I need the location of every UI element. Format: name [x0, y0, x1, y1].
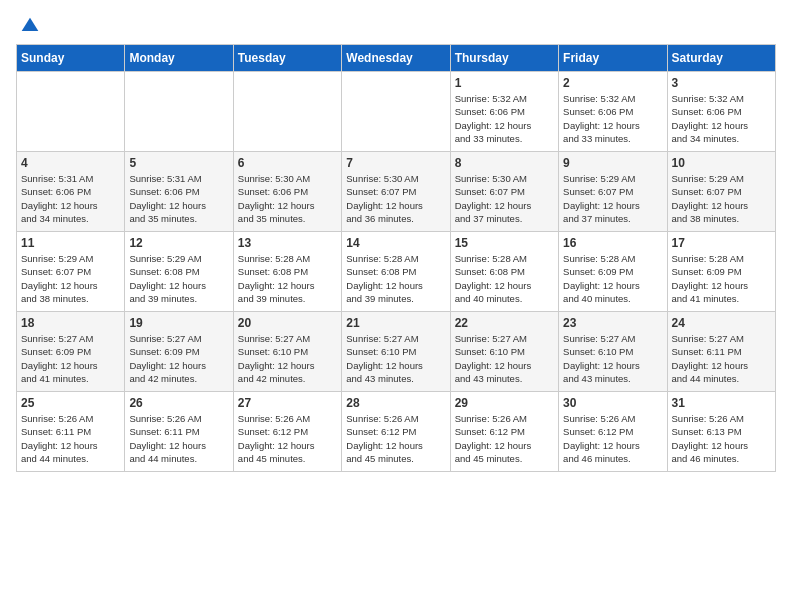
calendar-week-row: 1Sunrise: 5:32 AM Sunset: 6:06 PM Daylig… [17, 72, 776, 152]
calendar-cell: 18Sunrise: 5:27 AM Sunset: 6:09 PM Dayli… [17, 312, 125, 392]
weekday-header-wednesday: Wednesday [342, 45, 450, 72]
calendar-week-row: 18Sunrise: 5:27 AM Sunset: 6:09 PM Dayli… [17, 312, 776, 392]
weekday-header-saturday: Saturday [667, 45, 775, 72]
day-info: Sunrise: 5:31 AM Sunset: 6:06 PM Dayligh… [129, 172, 228, 225]
day-number: 7 [346, 156, 445, 170]
day-number: 23 [563, 316, 662, 330]
day-number: 20 [238, 316, 337, 330]
day-info: Sunrise: 5:32 AM Sunset: 6:06 PM Dayligh… [563, 92, 662, 145]
calendar-cell: 13Sunrise: 5:28 AM Sunset: 6:08 PM Dayli… [233, 232, 341, 312]
day-number: 3 [672, 76, 771, 90]
day-info: Sunrise: 5:30 AM Sunset: 6:07 PM Dayligh… [455, 172, 554, 225]
weekday-header-row: SundayMondayTuesdayWednesdayThursdayFrid… [17, 45, 776, 72]
calendar-cell [342, 72, 450, 152]
weekday-header-sunday: Sunday [17, 45, 125, 72]
calendar-cell: 2Sunrise: 5:32 AM Sunset: 6:06 PM Daylig… [559, 72, 667, 152]
day-info: Sunrise: 5:29 AM Sunset: 6:08 PM Dayligh… [129, 252, 228, 305]
day-number: 4 [21, 156, 120, 170]
day-number: 25 [21, 396, 120, 410]
day-info: Sunrise: 5:27 AM Sunset: 6:10 PM Dayligh… [238, 332, 337, 385]
calendar-cell: 9Sunrise: 5:29 AM Sunset: 6:07 PM Daylig… [559, 152, 667, 232]
day-number: 29 [455, 396, 554, 410]
calendar-cell: 12Sunrise: 5:29 AM Sunset: 6:08 PM Dayli… [125, 232, 233, 312]
day-number: 26 [129, 396, 228, 410]
day-info: Sunrise: 5:27 AM Sunset: 6:10 PM Dayligh… [455, 332, 554, 385]
day-info: Sunrise: 5:26 AM Sunset: 6:12 PM Dayligh… [346, 412, 445, 465]
calendar-week-row: 25Sunrise: 5:26 AM Sunset: 6:11 PM Dayli… [17, 392, 776, 472]
day-info: Sunrise: 5:30 AM Sunset: 6:06 PM Dayligh… [238, 172, 337, 225]
calendar-cell: 16Sunrise: 5:28 AM Sunset: 6:09 PM Dayli… [559, 232, 667, 312]
calendar-cell: 25Sunrise: 5:26 AM Sunset: 6:11 PM Dayli… [17, 392, 125, 472]
day-info: Sunrise: 5:28 AM Sunset: 6:08 PM Dayligh… [238, 252, 337, 305]
day-info: Sunrise: 5:31 AM Sunset: 6:06 PM Dayligh… [21, 172, 120, 225]
day-number: 22 [455, 316, 554, 330]
calendar-cell: 17Sunrise: 5:28 AM Sunset: 6:09 PM Dayli… [667, 232, 775, 312]
day-info: Sunrise: 5:27 AM Sunset: 6:09 PM Dayligh… [21, 332, 120, 385]
day-number: 14 [346, 236, 445, 250]
calendar-cell: 8Sunrise: 5:30 AM Sunset: 6:07 PM Daylig… [450, 152, 558, 232]
calendar-table: SundayMondayTuesdayWednesdayThursdayFrid… [16, 44, 776, 472]
weekday-header-thursday: Thursday [450, 45, 558, 72]
day-info: Sunrise: 5:29 AM Sunset: 6:07 PM Dayligh… [21, 252, 120, 305]
calendar-cell: 3Sunrise: 5:32 AM Sunset: 6:06 PM Daylig… [667, 72, 775, 152]
day-number: 19 [129, 316, 228, 330]
day-number: 16 [563, 236, 662, 250]
calendar-cell [17, 72, 125, 152]
day-info: Sunrise: 5:26 AM Sunset: 6:11 PM Dayligh… [129, 412, 228, 465]
day-info: Sunrise: 5:29 AM Sunset: 6:07 PM Dayligh… [672, 172, 771, 225]
weekday-header-friday: Friday [559, 45, 667, 72]
calendar-cell: 20Sunrise: 5:27 AM Sunset: 6:10 PM Dayli… [233, 312, 341, 392]
day-info: Sunrise: 5:28 AM Sunset: 6:08 PM Dayligh… [346, 252, 445, 305]
calendar-week-row: 11Sunrise: 5:29 AM Sunset: 6:07 PM Dayli… [17, 232, 776, 312]
day-number: 6 [238, 156, 337, 170]
calendar-cell: 27Sunrise: 5:26 AM Sunset: 6:12 PM Dayli… [233, 392, 341, 472]
logo [16, 16, 40, 36]
day-number: 8 [455, 156, 554, 170]
day-number: 9 [563, 156, 662, 170]
calendar-cell: 19Sunrise: 5:27 AM Sunset: 6:09 PM Dayli… [125, 312, 233, 392]
calendar-cell: 11Sunrise: 5:29 AM Sunset: 6:07 PM Dayli… [17, 232, 125, 312]
svg-marker-0 [22, 18, 39, 31]
calendar-cell: 26Sunrise: 5:26 AM Sunset: 6:11 PM Dayli… [125, 392, 233, 472]
day-number: 30 [563, 396, 662, 410]
day-info: Sunrise: 5:27 AM Sunset: 6:09 PM Dayligh… [129, 332, 228, 385]
logo-icon [20, 16, 40, 36]
day-number: 15 [455, 236, 554, 250]
weekday-header-tuesday: Tuesday [233, 45, 341, 72]
calendar-cell: 15Sunrise: 5:28 AM Sunset: 6:08 PM Dayli… [450, 232, 558, 312]
day-number: 11 [21, 236, 120, 250]
day-info: Sunrise: 5:30 AM Sunset: 6:07 PM Dayligh… [346, 172, 445, 225]
day-number: 1 [455, 76, 554, 90]
day-number: 5 [129, 156, 228, 170]
calendar-cell: 5Sunrise: 5:31 AM Sunset: 6:06 PM Daylig… [125, 152, 233, 232]
calendar-cell: 28Sunrise: 5:26 AM Sunset: 6:12 PM Dayli… [342, 392, 450, 472]
calendar-cell: 24Sunrise: 5:27 AM Sunset: 6:11 PM Dayli… [667, 312, 775, 392]
day-number: 27 [238, 396, 337, 410]
page-header [16, 16, 776, 36]
day-info: Sunrise: 5:27 AM Sunset: 6:11 PM Dayligh… [672, 332, 771, 385]
calendar-cell: 23Sunrise: 5:27 AM Sunset: 6:10 PM Dayli… [559, 312, 667, 392]
day-number: 13 [238, 236, 337, 250]
calendar-cell: 10Sunrise: 5:29 AM Sunset: 6:07 PM Dayli… [667, 152, 775, 232]
calendar-cell [125, 72, 233, 152]
calendar-cell: 1Sunrise: 5:32 AM Sunset: 6:06 PM Daylig… [450, 72, 558, 152]
day-number: 2 [563, 76, 662, 90]
day-number: 31 [672, 396, 771, 410]
calendar-cell [233, 72, 341, 152]
day-number: 18 [21, 316, 120, 330]
calendar-cell: 22Sunrise: 5:27 AM Sunset: 6:10 PM Dayli… [450, 312, 558, 392]
day-info: Sunrise: 5:28 AM Sunset: 6:09 PM Dayligh… [672, 252, 771, 305]
calendar-cell: 30Sunrise: 5:26 AM Sunset: 6:12 PM Dayli… [559, 392, 667, 472]
calendar-cell: 31Sunrise: 5:26 AM Sunset: 6:13 PM Dayli… [667, 392, 775, 472]
day-info: Sunrise: 5:27 AM Sunset: 6:10 PM Dayligh… [563, 332, 662, 385]
day-number: 21 [346, 316, 445, 330]
day-info: Sunrise: 5:32 AM Sunset: 6:06 PM Dayligh… [455, 92, 554, 145]
calendar-cell: 7Sunrise: 5:30 AM Sunset: 6:07 PM Daylig… [342, 152, 450, 232]
day-info: Sunrise: 5:28 AM Sunset: 6:09 PM Dayligh… [563, 252, 662, 305]
day-info: Sunrise: 5:26 AM Sunset: 6:12 PM Dayligh… [455, 412, 554, 465]
day-info: Sunrise: 5:26 AM Sunset: 6:11 PM Dayligh… [21, 412, 120, 465]
day-number: 24 [672, 316, 771, 330]
calendar-cell: 14Sunrise: 5:28 AM Sunset: 6:08 PM Dayli… [342, 232, 450, 312]
calendar-cell: 29Sunrise: 5:26 AM Sunset: 6:12 PM Dayli… [450, 392, 558, 472]
day-info: Sunrise: 5:32 AM Sunset: 6:06 PM Dayligh… [672, 92, 771, 145]
